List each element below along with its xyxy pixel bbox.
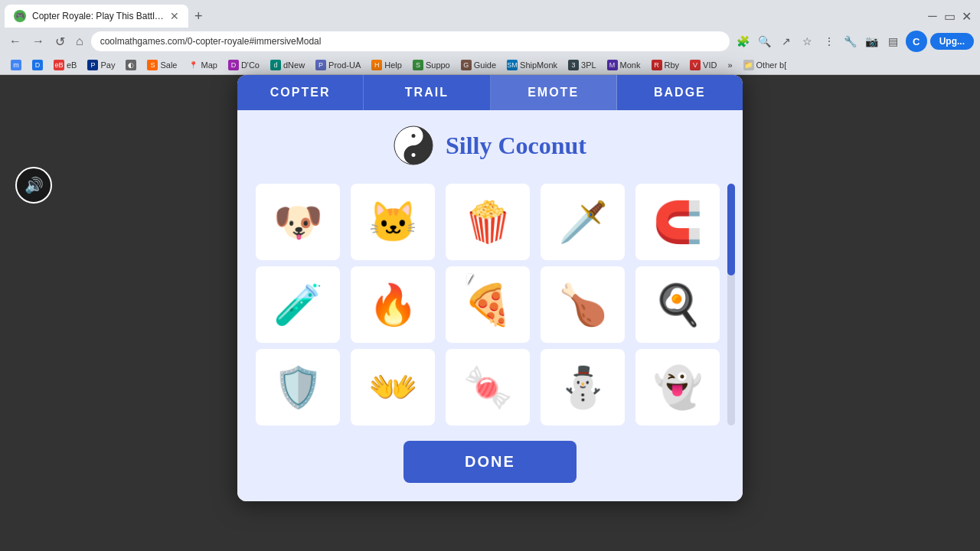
bookmark-label-other: Other b[ (756, 60, 787, 70)
refresh-button[interactable]: ↺ (52, 33, 68, 51)
upgrade-button[interactable]: Upg... (930, 33, 974, 50)
bookmark-suppo[interactable]: S Suppo (408, 58, 455, 72)
bookmark-icon-other: 📁 (743, 60, 754, 70)
zoom-icon[interactable]: 🔍 (756, 32, 774, 51)
close-button[interactable]: ✕ (959, 8, 974, 24)
emote-candy[interactable]: 🍬 (446, 349, 530, 425)
bookmark-other[interactable]: 📁 Other b[ (739, 58, 792, 72)
more-options-icon[interactable]: ⋮ (820, 32, 838, 51)
emote-shield[interactable]: 🛡️ (256, 349, 340, 425)
emote-egg[interactable]: 🍳 (635, 266, 720, 343)
emote-campfire[interactable]: 🔥 (351, 266, 435, 343)
bookmark-label-more: » (727, 60, 732, 70)
tab-close-button[interactable]: ✕ (170, 10, 179, 22)
toolbar-icons: 🧩 🔍 ↗ ☆ ⋮ 🔧 📷 ▤ C Upg... (734, 31, 974, 52)
emote-drumstick[interactable]: 🍗 (541, 266, 625, 343)
share-icon[interactable]: ↗ (777, 32, 795, 51)
emote-snowman[interactable]: ⛄ (541, 349, 625, 425)
tab-favicon: 🎮 (14, 10, 26, 22)
emote-pizza[interactable]: 🍕 (446, 266, 530, 343)
address-bar[interactable] (91, 31, 730, 51)
bookmark-m[interactable]: m (6, 58, 26, 72)
bookmark-icon-sale: S (147, 60, 158, 70)
extensions-icon[interactable]: 🧩 (734, 32, 753, 51)
bookmark-icon-eb: eB (54, 60, 64, 70)
minimize-button[interactable]: ─ (925, 8, 940, 24)
bookmark-monk[interactable]: M Monk (603, 58, 645, 72)
sound-button[interactable]: 🔊 (15, 167, 52, 204)
bookmark-guide[interactable]: G Guide (456, 58, 501, 72)
bookmark-sale[interactable]: S Sale (142, 58, 181, 72)
bookmark-icon[interactable]: ☆ (799, 32, 817, 51)
tab-emote[interactable]: EMOTE (491, 75, 617, 110)
bookmark-label-help: Help (384, 60, 402, 70)
screenshot-icon[interactable]: 📷 (863, 32, 881, 51)
bookmark-label-3pl: 3PL (581, 60, 596, 70)
emote-potion[interactable]: 🧪 (256, 266, 340, 343)
bookmark-label-vid: VID (703, 60, 717, 70)
emote-ghost[interactable]: 👻 (635, 349, 720, 425)
bookmark-label-suppo: Suppo (426, 60, 450, 70)
bookmark-icon-help: H (371, 60, 382, 70)
username: Silly Coconut (446, 132, 586, 160)
bookmark-dnew[interactable]: d dNew (266, 58, 309, 72)
back-button[interactable]: ← (6, 33, 24, 50)
modal-tabs: COPTER TRAIL EMOTE BADGE (237, 75, 743, 110)
bookmark-map[interactable]: 📍 Map (183, 58, 221, 72)
extensions-mgr-icon[interactable]: 🔧 (841, 32, 860, 51)
bookmark-icon-monk: M (607, 60, 618, 70)
bookmark-3pl[interactable]: 3 3PL (564, 58, 601, 72)
bookmark-shipmonk[interactable]: SM ShipMonk (502, 58, 562, 72)
bookmark-more[interactable]: » (723, 59, 737, 71)
emote-clapping[interactable]: 👐 (351, 349, 435, 425)
active-tab[interactable]: 🎮 Copter Royale: Play This Battle R... ✕ (5, 5, 188, 28)
bookmark-icon-rby: R (652, 60, 662, 70)
emote-grid-container: 🐶 🐱 🍿 🗡️ 🧲 🧪 🔥 🍕 🍗 🍳 🛡️ 👐 🍬 ⛄ 👻 (256, 184, 724, 425)
bookmark-label-eb: eB (67, 60, 77, 70)
modal-body: Silly Coconut 🐶 🐱 🍿 🗡️ 🧲 🧪 🔥 🍕 🍗 🍳 🛡️ (237, 110, 743, 501)
bookmark-rby[interactable]: R Rby (647, 58, 684, 72)
sidebar-icon[interactable]: ▤ (884, 32, 903, 51)
bookmark-icon-pay: P (87, 60, 98, 70)
profile-button[interactable]: C (906, 31, 927, 52)
bookmark-vid[interactable]: V VID (685, 58, 721, 72)
bookmark-eb[interactable]: eB eB (49, 58, 81, 72)
bookmarks-bar: m D eB eB P Pay ◐ S Sale 📍 Map D D'Co d (0, 55, 980, 75)
bookmark-pay[interactable]: P Pay (83, 58, 119, 72)
bookmark-d[interactable]: D (28, 58, 47, 72)
bookmark-label-dco: D'Co (241, 60, 260, 70)
game-area: 🔊 COPTER TRAIL EMOTE BADGE (0, 75, 980, 551)
user-header: Silly Coconut (256, 126, 724, 165)
game-modal: COPTER TRAIL EMOTE BADGE (237, 75, 743, 501)
bookmark-help[interactable]: H Help (367, 58, 407, 72)
emote-popcorn[interactable]: 🍿 (446, 184, 530, 260)
emote-cat[interactable]: 🐱 (351, 184, 435, 260)
browser-chrome: 🎮 Copter Royale: Play This Battle R... ✕… (0, 0, 980, 75)
forward-button[interactable]: → (29, 33, 47, 50)
bookmark-produa[interactable]: P Prod-UA (311, 58, 365, 72)
tab-trail[interactable]: TRAIL (364, 75, 490, 110)
bookmark-icon-m: m (11, 60, 21, 70)
bookmark-icon-vid: V (690, 60, 701, 70)
bookmark-dco[interactable]: D D'Co (224, 58, 264, 72)
emote-dog[interactable]: 🐶 (256, 184, 340, 260)
bookmark-icon-map: 📍 (188, 60, 198, 70)
home-button[interactable]: ⌂ (73, 33, 87, 50)
tab-badge[interactable]: BADGE (617, 75, 743, 110)
bookmark-label-guide: Guide (474, 60, 496, 70)
maximize-button[interactable]: ▭ (942, 8, 957, 24)
bookmark-label-monk: Monk (620, 60, 641, 70)
bookmark-label-sale: Sale (160, 60, 177, 70)
scrollbar-thumb[interactable] (727, 184, 735, 276)
window-controls: ─ ▭ ✕ (925, 8, 980, 24)
scrollbar[interactable] (727, 184, 735, 425)
new-tab-button[interactable]: + (188, 8, 209, 24)
bookmark-circle[interactable]: ◐ (121, 58, 141, 72)
emote-horseshoe[interactable]: 🧲 (635, 184, 720, 260)
emote-sword[interactable]: 🗡️ (541, 184, 625, 260)
yin-yang-icon (394, 126, 433, 165)
tab-copter[interactable]: COPTER (237, 75, 364, 110)
bookmark-icon-circle: ◐ (126, 60, 136, 70)
done-button[interactable]: DONE (403, 441, 577, 483)
bookmark-label-dnew: dNew (283, 60, 305, 70)
